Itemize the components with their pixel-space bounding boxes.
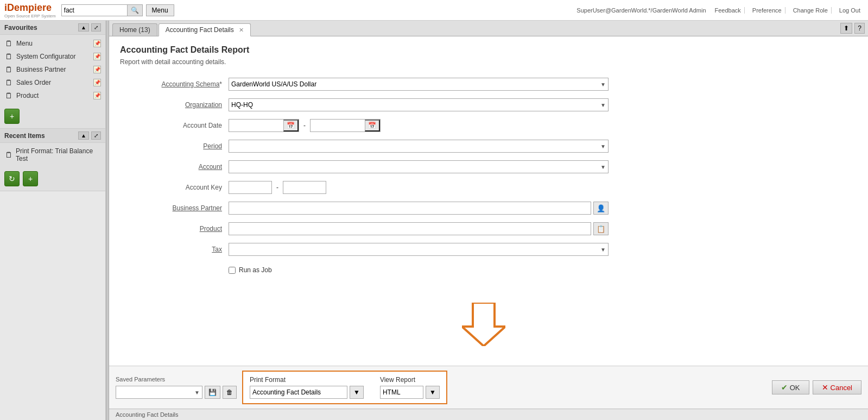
recent-items-expand-btn[interactable]: ⤢ — [91, 131, 101, 140]
saved-params-save-btn[interactable]: 💾 — [205, 386, 220, 399]
business-partner-input[interactable] — [229, 202, 591, 215]
favourites-section: Favourites ▲ ⤢ 🗒 Menu 📌 🗒 System Configu… — [0, 21, 105, 129]
account-key-field: - — [229, 181, 609, 194]
tab-help-btn[interactable]: ? — [854, 23, 865, 34]
ok-button[interactable]: ✔ OK — [772, 380, 809, 394]
search-button[interactable]: 🔍 — [127, 5, 142, 16]
sidebar-item-menu[interactable]: 🗒 Menu 📌 — [0, 37, 105, 50]
tax-select[interactable] — [229, 246, 608, 253]
organization-select-wrapper: HQ-HQ ▼ — [229, 98, 609, 111]
logo-subtext: Open Source ERP System — [4, 14, 56, 18]
accounting-schema-select[interactable]: GardenWorld US/A/US Dollar — [229, 80, 608, 88]
accounting-schema-select-wrapper: GardenWorld US/A/US Dollar ▼ — [229, 78, 609, 91]
active-tab-label: Accounting Fact Details — [166, 26, 234, 34]
sidebar-item-menu-label: Menu — [16, 40, 33, 47]
menu-item-icon: 🗒 — [4, 39, 13, 48]
user-info: SuperUser@GardenWorld.*/GardenWorld Admi… — [576, 7, 706, 14]
sidebar-item-business-partner-label: Business Partner — [16, 66, 66, 73]
account-link[interactable]: Account — [199, 163, 222, 171]
view-report-select[interactable]: HTML PDF XLS — [380, 386, 423, 399]
sidebar-item-sales-order[interactable]: 🗒 Sales Order 📌 — [0, 76, 105, 89]
favourites-expand-btn[interactable]: ⤢ — [91, 23, 101, 32]
run-as-job-checkbox[interactable] — [229, 267, 236, 274]
account-date-to-input[interactable] — [311, 120, 365, 131]
account-date-label: Account Date — [120, 122, 229, 129]
account-key-from-input[interactable] — [229, 181, 272, 194]
feedback-link[interactable]: Feedback — [712, 7, 745, 14]
new-record-icon[interactable]: + — [4, 109, 20, 124]
organization-select[interactable]: HQ-HQ — [229, 101, 608, 109]
logo: iDempiere Open Source ERP System — [4, 2, 56, 18]
view-report-label: View Report — [380, 376, 440, 384]
logout-link[interactable]: Log Out — [836, 7, 864, 14]
period-select[interactable] — [229, 142, 608, 150]
favourites-collapse-btn[interactable]: ▲ — [78, 23, 89, 32]
tab-scroll-up-btn[interactable]: ⬆ — [840, 23, 852, 34]
recent-new-icon[interactable]: + — [23, 171, 38, 186]
product-field: 📋 — [229, 222, 609, 235]
print-format-label: Print Format — [250, 376, 364, 384]
accounting-schema-link[interactable]: Accounting Schema — [162, 80, 220, 88]
account-key-to-input[interactable] — [283, 181, 326, 194]
change-role-link[interactable]: Change Role — [790, 7, 832, 14]
saved-params-delete-btn[interactable]: 🗑 — [223, 386, 237, 399]
tax-row: Tax ▼ — [120, 242, 857, 257]
organization-row: Organization HQ-HQ ▼ — [120, 97, 857, 112]
preference-link[interactable]: Preference — [749, 7, 785, 14]
product-link[interactable]: Product — [200, 225, 222, 233]
recent-item-label: Print Format: Trial Balance Test — [16, 147, 101, 162]
layout: Favourites ▲ ⤢ 🗒 Menu 📌 🗒 System Configu… — [0, 21, 868, 420]
sales-order-icon: 🗒 — [4, 78, 13, 87]
product-input[interactable] — [229, 222, 591, 235]
account-date-row: Account Date 📅 - 📅 — [120, 118, 857, 133]
system-pin-icon[interactable]: 📌 — [93, 53, 101, 60]
search-input[interactable] — [62, 5, 127, 15]
account-select[interactable] — [229, 163, 608, 171]
cancel-button[interactable]: ✕ Cancel — [813, 380, 861, 394]
report-subtitle: Report with detail accounting details. — [120, 58, 857, 66]
print-format-select[interactable]: Accounting Fact Details — [250, 386, 347, 399]
menu-pin-icon[interactable]: 📌 — [93, 40, 101, 47]
saved-params-select[interactable] — [116, 388, 202, 396]
tab-right-icons: ⬆ ? — [840, 23, 865, 36]
recent-items-collapse-btn[interactable]: ▲ — [78, 131, 89, 140]
account-date-from-calendar-btn[interactable]: 📅 — [283, 120, 299, 131]
product-row: Product 📋 — [120, 221, 857, 236]
business-partner-row: Business Partner 👤 — [120, 200, 857, 216]
ok-checkmark-icon: ✔ — [781, 383, 788, 392]
sidebar-item-system-configurator[interactable]: 🗒 System Configurator 📌 — [0, 50, 105, 63]
account-date-to-wrap: 📅 — [310, 119, 381, 132]
account-date-to-calendar-btn[interactable]: 📅 — [365, 120, 380, 131]
organization-link[interactable]: Organization — [185, 101, 222, 109]
print-format-dropdown-btn[interactable]: ▼ — [350, 386, 364, 399]
view-report-dropdown-btn[interactable]: ▼ — [426, 386, 440, 399]
recent-refresh-icon[interactable]: ↻ — [4, 171, 20, 186]
recent-item-print-format[interactable]: 🗒 Print Format: Trial Balance Test — [0, 145, 105, 165]
product-lookup-btn[interactable]: 📋 — [593, 222, 609, 235]
topbar: iDempiere Open Source ERP System 🔍 Menu … — [0, 0, 868, 21]
tab-accounting-fact-details[interactable]: Accounting Fact Details ✕ — [159, 23, 251, 36]
account-date-from-input[interactable] — [229, 120, 283, 131]
menu-button[interactable]: Menu — [146, 4, 174, 16]
business-partner-lookup-btn[interactable]: 👤 — [593, 202, 609, 215]
product-pin-icon[interactable]: 📌 — [93, 92, 101, 99]
sidebar-item-product[interactable]: 🗒 Product 📌 — [0, 89, 105, 102]
bp-pin-icon[interactable]: 📌 — [93, 66, 101, 73]
report-content: Accounting Fact Details Report Report wi… — [109, 36, 868, 366]
period-select-wrapper: ▼ — [229, 140, 609, 153]
logo-text: iDempiere — [4, 2, 56, 14]
so-pin-icon[interactable]: 📌 — [93, 79, 101, 86]
run-as-job-row: Run as Job — [120, 262, 857, 278]
tab-home[interactable]: Home (13) — [112, 23, 157, 36]
accounting-schema-label: Accounting Schema* — [120, 80, 229, 88]
sidebar-item-business-partner[interactable]: 🗒 Business Partner 📌 — [0, 63, 105, 76]
cancel-label: Cancel — [831, 384, 852, 392]
footer-bar: Accounting Fact Details — [109, 409, 868, 420]
tab-close-icon[interactable]: ✕ — [239, 27, 244, 33]
tax-link[interactable]: Tax — [212, 246, 222, 253]
product-label: Product — [120, 225, 229, 233]
business-partner-link[interactable]: Business Partner — [173, 204, 222, 212]
period-link[interactable]: Period — [203, 142, 222, 150]
sidebar-item-product-label: Product — [16, 92, 39, 99]
tax-select-wrapper: ▼ — [229, 243, 609, 256]
